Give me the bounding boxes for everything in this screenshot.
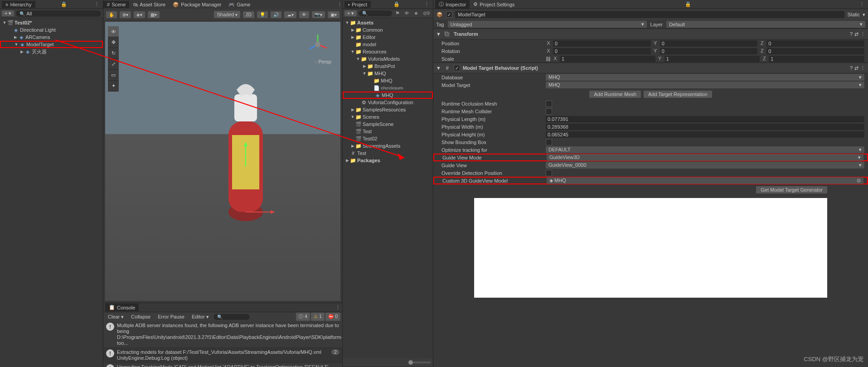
project-folder[interactable]: ▶📁BrushPot (343, 63, 433, 70)
menu-icon[interactable]: ⋮ (860, 65, 865, 71)
inspector-tab[interactable]: ⓘ Inspector (435, 0, 470, 9)
project-folder[interactable]: ▼📁Resources (343, 48, 433, 55)
guide-view-dropdown[interactable]: GuideView_0000▾ (546, 162, 864, 169)
console-clear[interactable]: Clear ▾ (105, 314, 126, 320)
preset-icon[interactable]: ⇄ (854, 65, 858, 71)
audio-toggle[interactable]: 🔊 (271, 11, 281, 18)
lighting-toggle[interactable]: 💡 (257, 11, 268, 18)
panel-menu-icon[interactable]: ⋮ (335, 304, 340, 310)
project-folder[interactable]: ▶📁StreamingAssets (343, 142, 433, 150)
info-count[interactable]: ⓘ 4 (296, 313, 310, 321)
panel-menu-icon[interactable]: ⋮ (858, 1, 866, 7)
tag-dropdown[interactable]: Untagged▾ (448, 21, 647, 28)
help-icon[interactable]: ? (850, 65, 853, 71)
console-editor[interactable]: Editor ▾ (189, 314, 212, 320)
console-search[interactable]: 🔍 (213, 314, 250, 320)
scene-object-extinguisher[interactable] (223, 76, 268, 230)
hierarchy-item[interactable]: ▶◈灭火器 (0, 48, 103, 55)
2d-toggle[interactable]: 2D (243, 11, 254, 18)
add-runtime-mesh-button[interactable]: Add Runtime Mesh (589, 91, 641, 98)
fx-toggle[interactable]: ☁▾ (284, 11, 296, 18)
project-packages[interactable]: ▶📁Packages (343, 157, 433, 164)
bbox-checkbox[interactable] (546, 139, 552, 145)
local-toggle[interactable]: ◈▾ (134, 11, 145, 18)
add-button[interactable]: + ▾ (344, 10, 357, 16)
model-target-dropdown[interactable]: MHQ▾ (546, 82, 864, 88)
project-item[interactable]: 📄checksum (343, 84, 433, 92)
panel-menu-icon[interactable]: ⋮ (92, 1, 101, 7)
active-checkbox[interactable] (446, 11, 452, 18)
project-folder[interactable]: ▼📁Scenes (343, 113, 433, 121)
project-folder[interactable]: ▶📁SamplesResources (343, 106, 433, 113)
console-entry[interactable]: ! Upgrading TrackingMode 'CAR' and Motio… (103, 363, 342, 367)
static-dropdown[interactable]: ▾ (863, 12, 865, 18)
view-tool[interactable]: 👁 (108, 26, 119, 37)
phys-len-field[interactable]: 0.077391 (546, 116, 864, 122)
override-det-checkbox[interactable] (546, 170, 552, 176)
pos-x[interactable]: 0 (553, 40, 651, 47)
project-folder[interactable]: ▼📁VuforiaModels (343, 55, 433, 63)
pos-z[interactable]: 0 (766, 40, 864, 47)
project-folder[interactable]: 📁MHQ (343, 77, 433, 84)
hierarchy-item[interactable]: ◈Directional Light (0, 26, 103, 34)
rot-y[interactable]: 0 (660, 48, 758, 54)
hierarchy-item-modeltarget[interactable]: ▼◈ModelTarget (0, 41, 103, 48)
pos-y[interactable]: 0 (660, 40, 758, 47)
warn-count[interactable]: ⚠ 1 (311, 313, 325, 321)
hierarchy-tab[interactable]: ≡ Hierarchy (2, 1, 35, 8)
panel-menu-icon[interactable]: ⋮ (337, 2, 342, 8)
project-zoom-slider[interactable] (408, 362, 431, 363)
runtime-occ-checkbox[interactable] (546, 101, 552, 107)
panel-menu-icon[interactable]: ⋮ (422, 1, 431, 7)
hierarchy-item[interactable]: ▶◈ARCamera (0, 34, 103, 41)
constrain-icon[interactable]: ⛓ (546, 56, 551, 62)
grid-toggle[interactable]: ▦▾ (148, 11, 160, 18)
project-settings-tab[interactable]: ⚙ Project Settings (470, 0, 518, 8)
help-icon[interactable]: ? (850, 31, 853, 37)
gizmos-dropdown[interactable]: ▣▾ (328, 11, 339, 18)
project-folder[interactable]: ▶📁Editor (343, 34, 433, 41)
hierarchy-search[interactable]: 🔍 All (16, 10, 101, 17)
scene-root[interactable]: ▼🎬Test02* (0, 19, 103, 26)
project-mhq-asset[interactable]: ◈MHQ (343, 92, 433, 99)
pivot-toggle[interactable]: ⊕▾ (120, 11, 131, 18)
scene-viewport[interactable]: 👁 ✥ ↻ ⤢ ▭ ✦ ≡ Persp (105, 22, 340, 301)
add-target-rep-button[interactable]: Add Target Representation (644, 91, 712, 98)
preset-icon[interactable]: ⇄ (854, 31, 858, 37)
project-tab[interactable]: ▪ Project (344, 1, 371, 8)
mtb-enabled[interactable] (454, 65, 460, 71)
project-scene[interactable]: 🎬Test (343, 128, 433, 135)
visibility-toggle[interactable]: 👁 (299, 11, 309, 18)
console-tab[interactable]: 📋 Console (105, 304, 139, 311)
rot-z[interactable]: 0 (766, 48, 864, 54)
transform-tool[interactable]: ✦ (108, 81, 119, 92)
error-count[interactable]: ⛔ 0 (325, 313, 340, 321)
orientation-gizmo[interactable] (304, 31, 331, 58)
get-generator-button[interactable]: Get Model Target Generator (756, 186, 827, 193)
add-button[interactable]: + ▾ (2, 10, 14, 16)
tab-scene[interactable]: # Scene (103, 1, 129, 8)
phys-height-field[interactable]: 0.065245 (546, 131, 864, 138)
object-name-field[interactable]: ModelTarget (455, 11, 844, 18)
transform-header[interactable]: ▼⿻ Transform ?⇄⋮ (433, 29, 868, 39)
project-folder[interactable]: ▶📁Common (343, 26, 433, 34)
rotate-tool[interactable]: ↻ (108, 48, 119, 59)
tab-asset-store[interactable]: 🛍 Asset Store (129, 1, 169, 8)
custom-3d-model-field[interactable]: ◈ MHQ⊙ (547, 177, 863, 184)
hidden-icon[interactable]: ⊘9 (422, 10, 431, 16)
scale-z[interactable]: 1 (769, 56, 864, 62)
project-folder[interactable]: 📁model (343, 41, 433, 48)
project-folder[interactable]: ▼📁MHQ (343, 70, 433, 77)
runtime-col-checkbox[interactable] (546, 108, 552, 115)
phys-width-field[interactable]: 0.289368 (546, 124, 864, 130)
lock-icon[interactable]: 🔒 (683, 1, 693, 7)
console-collapse[interactable]: Collapse (128, 314, 153, 320)
move-tool[interactable]: ✥ (108, 37, 119, 48)
project-assets[interactable]: ▼📁Assets (343, 19, 433, 26)
rect-tool[interactable]: ▭ (108, 70, 119, 81)
project-search[interactable]: 🔍 (359, 10, 392, 16)
lock-icon[interactable]: 🔒 (59, 1, 69, 7)
filter-icon[interactable]: ⚑ (394, 10, 401, 16)
shading-dropdown[interactable]: Shaded ▾ (214, 11, 240, 18)
tab-package-manager[interactable]: 📦 Package Manager (169, 1, 225, 9)
